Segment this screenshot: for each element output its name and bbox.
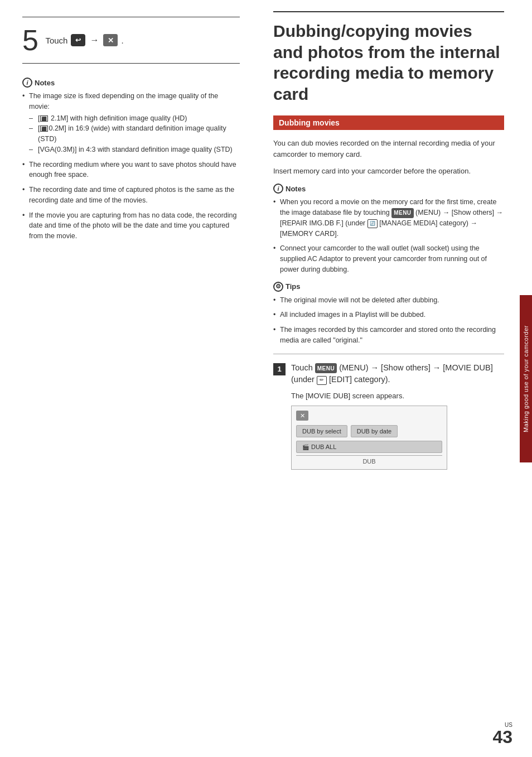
right-notes-list: When you record a movie on the memory ca… [273, 197, 504, 274]
step-1-text: Touch MENU (MENU) → [Show others] → [MOV… [291, 362, 504, 387]
list-item: [⬛ 2.1M] with high definition image qual… [29, 113, 240, 124]
edit-icon: ✏ [317, 376, 327, 385]
tips-header: ⚙ Tips [273, 282, 504, 292]
intro-text-2: Insert memory card into your camcorder b… [273, 166, 504, 177]
list-item: [⬛0.2M] in 16:9 (wide) with standard def… [29, 123, 240, 144]
menu-button: MENU [391, 208, 413, 218]
right-notes-section: i Notes When you record a movie on the m… [273, 184, 504, 274]
dub-all-icon: 🎬 [302, 444, 309, 450]
step-1-box: 1 Touch MENU (MENU) → [Show others] → [M… [273, 362, 504, 387]
notes-header: i Notes [22, 78, 240, 88]
screen-x-icon: ✕ [300, 412, 305, 420]
note-text: If the movie you are capturing from has … [29, 211, 236, 240]
step-instruction: Touch ↩ → ✕ . [45, 34, 123, 46]
screen-top-bar: ✕ [296, 411, 442, 421]
list-item: The original movie will not be deleted a… [273, 295, 504, 306]
side-tab: Making good use of your camcorder [520, 295, 532, 462]
tips-icon: ⚙ [273, 282, 283, 292]
list-item: If the movie you are capturing from has … [22, 210, 240, 242]
screen-buttons-row: DUB by select DUB by date [296, 425, 442, 437]
note-text: The image size is fixed depending on the… [29, 92, 218, 110]
note-text: The recording medium where you want to s… [29, 161, 236, 179]
sub-list: [⬛ 2.1M] with high definition image qual… [29, 113, 240, 155]
list-item: The recording date and time of captured … [22, 185, 240, 206]
left-notes-list: The image size is fixed depending on the… [22, 91, 240, 242]
step-number: 5 [22, 26, 38, 55]
dub-all-button[interactable]: 🎬 DUB ALL [296, 441, 442, 453]
list-item: When you record a movie on the memory ca… [273, 197, 504, 239]
tips-list: The original movie will not be deleted a… [273, 295, 504, 346]
list-item: Connect your camcorder to the wall outle… [273, 243, 504, 274]
main-title: Dubbing/copying movies and photos from t… [273, 11, 504, 104]
page-number-area: US 43 [492, 722, 512, 746]
right-notes-label: Notes [286, 185, 306, 193]
side-tab-text: Making good use of your camcorder [523, 325, 529, 432]
tips-label: Tips [286, 282, 301, 291]
screen-mockup: ✕ DUB by select DUB by date 🎬 DUB ALL DU… [291, 406, 447, 470]
page-container: 5 Touch ↩ → ✕ . i Notes The image size i… [0, 0, 532, 757]
intro-text-1: You can dub movies recorded on the inter… [273, 138, 504, 160]
right-notes-icon: i [273, 184, 283, 194]
screen-close-button[interactable]: ✕ [296, 411, 308, 421]
x-button-icon: ✕ [103, 34, 118, 46]
page-number: 43 [492, 728, 512, 746]
right-notes-header: i Notes [273, 184, 504, 194]
back-button-icon: ↩ [71, 34, 85, 46]
tip-text: The images recorded by this camcorder an… [280, 326, 496, 344]
right-column: Dubbing/copying movies and photos from t… [257, 0, 532, 757]
list-item: The recording medium where you want to s… [22, 160, 240, 181]
period: . [121, 36, 123, 45]
list-item: The images recorded by this camcorder an… [273, 325, 504, 346]
note-text: The recording date and time of captured … [29, 186, 234, 204]
tip-text: All included images in a Playlist will b… [280, 311, 425, 319]
dub-all-label: DUB ALL [311, 443, 336, 450]
list-item: [VGA(0.3M)] in 4:3 with standard definit… [29, 144, 240, 155]
step-1-number: 1 [273, 363, 286, 375]
notes-icon: i [22, 78, 32, 88]
left-notes-section: i Notes The image size is fixed dependin… [22, 78, 240, 242]
dub-by-date-button[interactable]: DUB by date [351, 425, 398, 437]
list-item: All included images in a Playlist will b… [273, 310, 504, 320]
list-item: The image size is fixed depending on the… [22, 91, 240, 155]
arrow-symbol: → [90, 35, 99, 45]
menu-btn-step1: MENU [315, 363, 337, 373]
dub-all-row: 🎬 DUB ALL [296, 441, 442, 453]
section-header: Dubbing movies [273, 115, 504, 130]
manage-icon: 🔄 [367, 219, 378, 228]
touch-label: Touch [45, 36, 67, 45]
left-column: 5 Touch ↩ → ✕ . i Notes The image size i… [0, 0, 257, 757]
tips-section: ⚙ Tips The original movie will not be de… [273, 282, 504, 346]
tip-text: The original movie will not be deleted a… [280, 296, 439, 304]
screen-appears-text: The [MOVIE DUB] screen appears. [291, 392, 504, 400]
dub-by-select-button[interactable]: DUB by select [296, 425, 347, 437]
step-5-section: 5 Touch ↩ → ✕ . [22, 17, 240, 64]
notes-label: Notes [35, 79, 55, 87]
divider [273, 354, 504, 354]
screen-footer: DUB [296, 455, 442, 465]
